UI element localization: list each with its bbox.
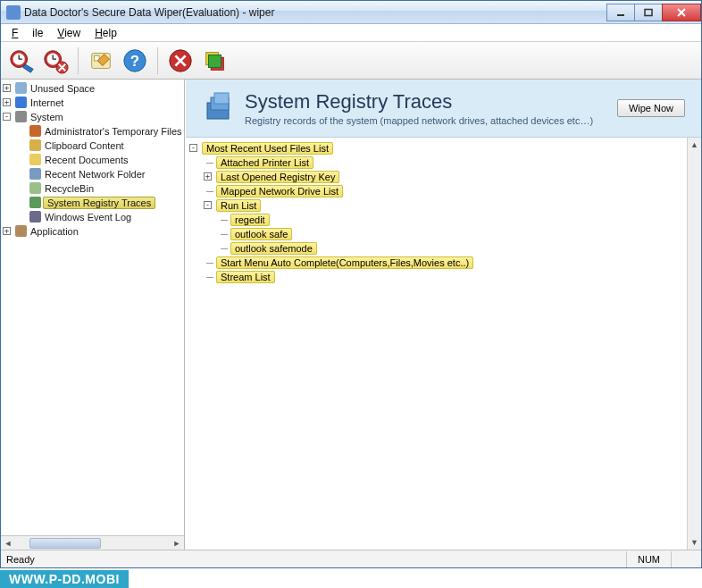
detail-run-list[interactable]: -Run List regedit outlook safe outlook s… xyxy=(202,198,699,256)
banner-text: System Registry Traces Registry records … xyxy=(245,90,593,126)
network-folder-icon xyxy=(29,168,41,180)
detail-last-opened[interactable]: +Last Opened Registry Key xyxy=(202,170,699,184)
computer-icon xyxy=(15,111,27,122)
collapse-icon[interactable]: - xyxy=(189,144,197,152)
tree-item-recyclebin[interactable]: RecycleBin xyxy=(15,181,184,196)
svg-rect-27 xyxy=(214,93,229,104)
schedule-add-button[interactable] xyxy=(6,46,37,76)
settings-button[interactable] xyxy=(86,46,116,76)
window-controls xyxy=(607,4,701,21)
drive-icon xyxy=(15,82,27,94)
app-icon xyxy=(6,5,21,20)
menu-help[interactable]: Help xyxy=(88,25,124,41)
detail-run-regedit[interactable]: regedit xyxy=(216,213,699,227)
wipe-now-button[interactable]: Wipe Now xyxy=(617,99,685,117)
banner-description: Registry records of the system (mapped n… xyxy=(245,115,593,126)
menubar: File View Help xyxy=(1,24,701,42)
scroll-right-icon[interactable]: ► xyxy=(170,537,184,550)
body: +Unused Space +Internet -System Administ… xyxy=(1,80,701,550)
toolbar: ? xyxy=(1,42,701,80)
status-empty xyxy=(671,551,696,567)
titlebar: Data Doctor's Secure Data Wiper(Evaluati… xyxy=(1,1,701,24)
svg-text:?: ? xyxy=(130,52,139,69)
tree-item-event-log[interactable]: Windows Event Log xyxy=(15,210,184,224)
wipe-button[interactable] xyxy=(199,46,230,76)
broom-icon xyxy=(29,125,41,137)
expand-icon[interactable]: + xyxy=(3,98,11,106)
window-title: Data Doctor's Secure Data Wiper(Evaluati… xyxy=(24,6,607,19)
collapse-icon[interactable]: - xyxy=(204,201,212,209)
close-button[interactable] xyxy=(662,4,701,21)
main-panel: System Registry Traces Registry records … xyxy=(185,80,701,550)
svg-rect-1 xyxy=(645,9,652,15)
app-icon xyxy=(15,225,27,237)
scroll-thumb[interactable] xyxy=(29,538,101,549)
expand-icon[interactable]: + xyxy=(3,227,11,235)
detail-run-outlook-safemode[interactable]: outlook safemode xyxy=(216,241,699,256)
watermark: WWW.P-DD.MOBI xyxy=(0,570,129,588)
statusbar: Ready NUM xyxy=(1,550,701,567)
tree-item-recent-network[interactable]: Recent Network Folder xyxy=(15,167,184,181)
tree-item-unused-space[interactable]: +Unused Space xyxy=(1,81,184,96)
menu-file[interactable]: File xyxy=(4,25,50,41)
tree-item-admin-temp[interactable]: Administrator's Temporary Files xyxy=(15,124,184,139)
detail-start-menu[interactable]: Start Menu Auto Complete(Computers,Files… xyxy=(202,256,699,270)
recycle-icon xyxy=(29,182,41,194)
maximize-button[interactable] xyxy=(634,4,663,21)
status-num: NUM xyxy=(626,551,671,567)
tree-item-system[interactable]: -System Administrator's Temporary Files … xyxy=(1,110,184,224)
tree-item-recent-docs[interactable]: Recent Documents xyxy=(15,153,184,167)
svg-rect-24 xyxy=(208,55,221,67)
tree-item-internet[interactable]: +Internet xyxy=(1,96,184,110)
log-icon xyxy=(29,211,41,223)
expand-icon[interactable]: + xyxy=(204,172,212,181)
globe-icon xyxy=(15,97,27,108)
document-icon xyxy=(29,154,41,165)
detail-mapped-drive[interactable]: Mapped Network Drive List xyxy=(202,184,699,198)
banner: System Registry Traces Registry records … xyxy=(186,80,701,138)
detail-attached-printer[interactable]: Attached Printer List xyxy=(202,155,699,170)
stop-button[interactable] xyxy=(165,46,196,76)
detail-most-recent[interactable]: -Most Recent Used Files List Attached Pr… xyxy=(188,141,699,284)
scroll-up-icon[interactable]: ▲ xyxy=(688,138,701,152)
banner-title: System Registry Traces xyxy=(245,90,593,113)
scroll-left-icon[interactable]: ◄ xyxy=(1,537,15,550)
app-window: Data Doctor's Secure Data Wiper(Evaluati… xyxy=(0,0,702,568)
sidebar: +Unused Space +Internet -System Administ… xyxy=(1,80,185,550)
minimize-button[interactable] xyxy=(606,4,635,21)
tree-item-clipboard[interactable]: Clipboard Content xyxy=(15,139,184,153)
toolbar-separator xyxy=(157,47,158,74)
status-ready: Ready xyxy=(6,554,626,565)
help-button[interactable]: ? xyxy=(120,46,150,76)
menu-view[interactable]: View xyxy=(50,25,88,41)
tree-item-registry-traces[interactable]: System Registry Traces xyxy=(15,196,184,210)
tree-item-application[interactable]: +Application xyxy=(1,224,184,239)
detail-run-outlook-safe[interactable]: outlook safe xyxy=(216,227,699,241)
toolbar-separator xyxy=(78,47,79,74)
registry-banner-icon xyxy=(202,90,234,122)
clipboard-icon xyxy=(29,139,41,151)
detail-vscrollbar[interactable]: ▲ ▼ xyxy=(687,138,701,550)
scroll-down-icon[interactable]: ▼ xyxy=(688,535,701,550)
detail-tree[interactable]: -Most Recent Used Files List Attached Pr… xyxy=(186,138,701,550)
navigation-tree[interactable]: +Unused Space +Internet -System Administ… xyxy=(1,80,184,535)
registry-icon xyxy=(29,197,41,208)
collapse-icon[interactable]: - xyxy=(3,113,11,121)
schedule-remove-button[interactable] xyxy=(40,46,71,76)
sidebar-hscrollbar[interactable]: ◄ ► xyxy=(1,535,184,550)
detail-stream-list[interactable]: Stream List xyxy=(202,270,699,284)
expand-icon[interactable]: + xyxy=(3,84,11,92)
